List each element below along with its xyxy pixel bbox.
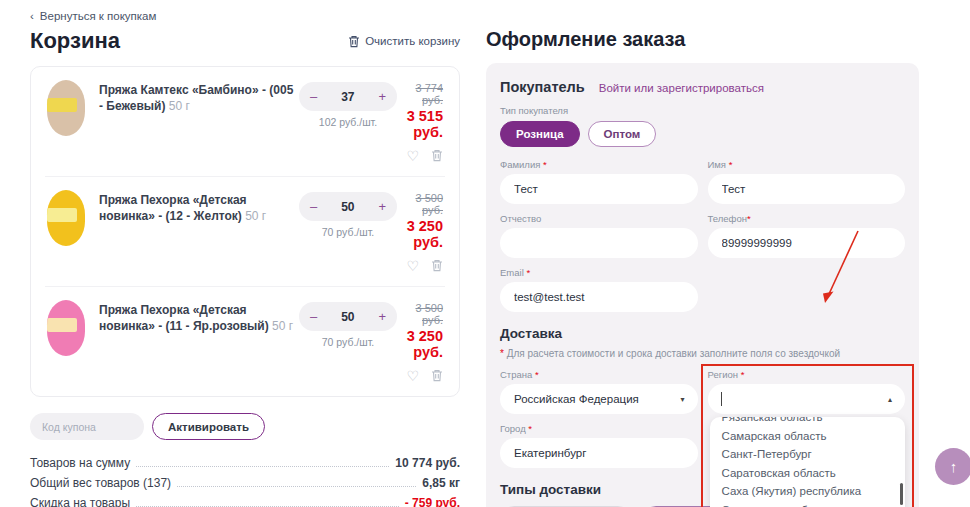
- remove-item-icon[interactable]: [431, 259, 443, 273]
- coupon-input[interactable]: [30, 413, 144, 440]
- yarn-label-band: [47, 318, 77, 333]
- quantity-decrease-button[interactable]: –: [310, 310, 317, 323]
- required-mark: *: [500, 348, 504, 359]
- region-field-group: Регион * ▴ Рязанская область Самарская о…: [708, 369, 906, 414]
- cart-items-list: Пряжа Камтекс «Бамбино» - (005 - Бежевый…: [30, 66, 460, 397]
- checkout-panel: Покупатель Войти или зарегистрироваться …: [486, 63, 919, 507]
- discount-value: - 759 руб.: [405, 496, 460, 507]
- required-mark: *: [543, 159, 547, 170]
- totals-label: Товаров на сумму: [30, 456, 130, 470]
- delivery-section-title: Доставка: [500, 326, 905, 341]
- firstname-field[interactable]: [708, 174, 906, 204]
- product-weight: 50 г: [272, 319, 293, 333]
- product-weight: 50 г: [245, 209, 266, 223]
- region-combobox[interactable]: [708, 384, 906, 414]
- chevron-left-icon: ‹: [30, 10, 34, 22]
- quantity-decrease-button[interactable]: –: [310, 200, 317, 213]
- lastname-field[interactable]: [500, 174, 698, 204]
- remove-item-icon[interactable]: [431, 369, 443, 383]
- totals-value: 6,85 кг: [422, 476, 460, 490]
- text-cursor: [721, 392, 722, 406]
- remove-item-icon[interactable]: [431, 149, 443, 163]
- yarn-label-band: [47, 98, 77, 113]
- email-label: Email: [500, 267, 524, 278]
- clear-cart-label: Очистить корзину: [365, 35, 460, 47]
- dotted-leader: [136, 466, 389, 467]
- quantity-value[interactable]: 50: [341, 310, 354, 324]
- totals-row: Общий вес товаров (137)6,85 кг: [30, 476, 460, 490]
- arrow-up-icon: ↑: [950, 458, 958, 475]
- lastname-label: Фамилия: [500, 159, 540, 170]
- clear-cart-button[interactable]: Очистить корзину: [348, 35, 460, 48]
- middlename-field[interactable]: [500, 228, 698, 258]
- scroll-to-top-button[interactable]: ↑: [935, 448, 970, 485]
- product-thumbnail[interactable]: [47, 300, 85, 356]
- city-field[interactable]: [500, 438, 698, 468]
- item-price: 3 250 руб.: [397, 218, 443, 250]
- unit-price: 70 руб./шт.: [299, 226, 397, 238]
- back-to-shopping-link[interactable]: ‹Вернуться к покупкам: [30, 10, 156, 22]
- region-option[interactable]: Самарская область: [710, 426, 906, 445]
- region-option[interactable]: Сахалинская область: [710, 500, 906, 507]
- quantity-value[interactable]: 37: [341, 90, 354, 104]
- product-name[interactable]: Пряжа Пехорка «Детская новинка» - (11 - …: [99, 303, 269, 333]
- favorite-icon[interactable]: ♡: [406, 149, 419, 163]
- favorite-icon[interactable]: ♡: [406, 369, 419, 383]
- cart-totals: Товаров на сумму10 774 руб. Общий вес то…: [30, 456, 460, 507]
- dotted-leader: [177, 486, 416, 487]
- back-link-label: Вернуться к покупкам: [40, 10, 157, 22]
- order-form-section: Оформление заказа Покупатель Войти или з…: [486, 28, 919, 507]
- checkout-title: Оформление заказа: [486, 28, 919, 51]
- region-option[interactable]: Санкт-Петербург: [710, 444, 906, 463]
- phone-label: Телефон: [708, 213, 747, 224]
- quantity-decrease-button[interactable]: –: [310, 90, 317, 103]
- checkout-page: ‹Вернуться к покупкам Корзина Очистить к…: [0, 0, 970, 507]
- yarn-label-band: [47, 208, 77, 223]
- customer-section-title: Покупатель: [500, 79, 585, 95]
- customer-type-wholesale-chip[interactable]: Оптом: [588, 121, 657, 147]
- product-name[interactable]: Пряжа Камтекс «Бамбино» - (005 - Бежевый…: [99, 83, 293, 113]
- item-price: 3 250 руб.: [397, 328, 443, 360]
- unit-price: 102 руб./шт.: [299, 116, 397, 128]
- customer-type-retail-chip[interactable]: Розница: [500, 121, 580, 147]
- favorite-icon[interactable]: ♡: [406, 259, 419, 273]
- cart-title: Корзина: [30, 28, 120, 54]
- quantity-stepper: – 37 +: [299, 82, 397, 111]
- cart-section: Корзина Очистить корзину Пряжа Камтекс «…: [30, 28, 460, 507]
- region-option[interactable]: Саха (Якутия) республика: [710, 481, 906, 500]
- city-label: Город: [500, 423, 526, 434]
- required-mark: *: [535, 369, 539, 380]
- phone-field[interactable]: [708, 228, 906, 258]
- activate-coupon-button[interactable]: Активировать: [152, 413, 265, 440]
- product-thumbnail[interactable]: [47, 80, 85, 136]
- quantity-increase-button[interactable]: +: [378, 90, 386, 103]
- product-name[interactable]: Пряжа Пехорка «Детская новинка» - (12 - …: [99, 193, 247, 223]
- quantity-value[interactable]: 50: [341, 200, 354, 214]
- quantity-increase-button[interactable]: +: [378, 200, 386, 213]
- required-mark: *: [747, 213, 751, 224]
- product-weight: 50 г: [169, 99, 190, 113]
- totals-value: 10 774 руб.: [395, 456, 460, 470]
- region-option[interactable]: Саратовская область: [710, 463, 906, 482]
- login-register-link[interactable]: Войти или зарегистрироваться: [599, 82, 764, 94]
- old-price: 3 774 руб.: [397, 82, 443, 106]
- customer-type-label: Тип покупателя: [500, 105, 905, 116]
- cart-item: Пряжа Камтекс «Бамбино» - (005 - Бежевый…: [45, 67, 445, 176]
- quantity-stepper: – 50 +: [299, 192, 397, 221]
- country-label: Страна: [500, 369, 532, 380]
- country-select[interactable]: [500, 384, 698, 414]
- region-dropdown: Рязанская область Самарская область Санк…: [710, 417, 906, 507]
- unit-price: 70 руб./шт.: [299, 336, 397, 348]
- quantity-increase-button[interactable]: +: [378, 310, 386, 323]
- product-thumbnail[interactable]: [47, 190, 85, 246]
- old-price: 3 500 руб.: [397, 192, 443, 216]
- quantity-stepper: – 50 +: [299, 302, 397, 331]
- totals-label: Общий вес товаров (137): [30, 476, 171, 490]
- totals-row: Товаров на сумму10 774 руб.: [30, 456, 460, 470]
- region-option[interactable]: Рязанская область: [710, 417, 906, 426]
- cart-item: Пряжа Пехорка «Детская новинка» - (11 - …: [45, 286, 445, 396]
- required-mark: *: [528, 423, 532, 434]
- dropdown-scrollbar[interactable]: [900, 483, 903, 505]
- totals-label: Скидка на товары: [30, 496, 130, 507]
- email-field[interactable]: [500, 282, 698, 312]
